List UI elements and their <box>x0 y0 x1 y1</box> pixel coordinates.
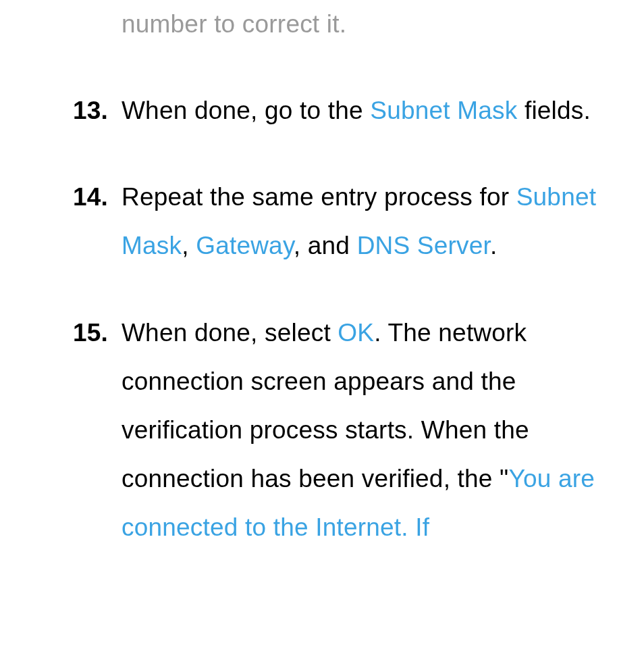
text-run: When done, go to the <box>122 97 370 124</box>
step-item: 14.Repeat the same entry process for Sub… <box>41 173 603 270</box>
text-run: fields. <box>517 97 591 124</box>
previous-step-fragment: number to correct it. <box>41 0 603 49</box>
step-text: When done, go to the Subnet Mask fields. <box>122 97 591 124</box>
text-run: Repeat the same entry process for <box>122 183 516 211</box>
text-run: , and <box>294 232 357 259</box>
step-item: 15.When done, select OK. The network con… <box>41 309 603 553</box>
step-item: 13.When done, go to the Subnet Mask fiel… <box>41 86 603 135</box>
text-run: . <box>490 232 497 259</box>
step-text: When done, select OK. The network connec… <box>122 319 595 542</box>
ui-term: DNS Server <box>357 232 490 259</box>
ui-term: OK <box>338 319 374 347</box>
step-number: 14. <box>73 173 108 222</box>
step-text: Repeat the same entry process for Subnet… <box>122 183 596 259</box>
step-number: 15. <box>73 309 108 357</box>
ordered-steps: 13.When done, go to the Subnet Mask fiel… <box>41 86 603 552</box>
ui-term: Subnet Mask <box>370 97 517 124</box>
document-page: number to correct it. 13.When done, go t… <box>0 0 644 552</box>
step-number: 13. <box>73 86 108 135</box>
text-run: , <box>182 232 196 259</box>
trail-text: number to correct it. <box>122 10 346 38</box>
ui-term: Gateway <box>196 232 294 259</box>
text-run: When done, select <box>122 319 338 347</box>
